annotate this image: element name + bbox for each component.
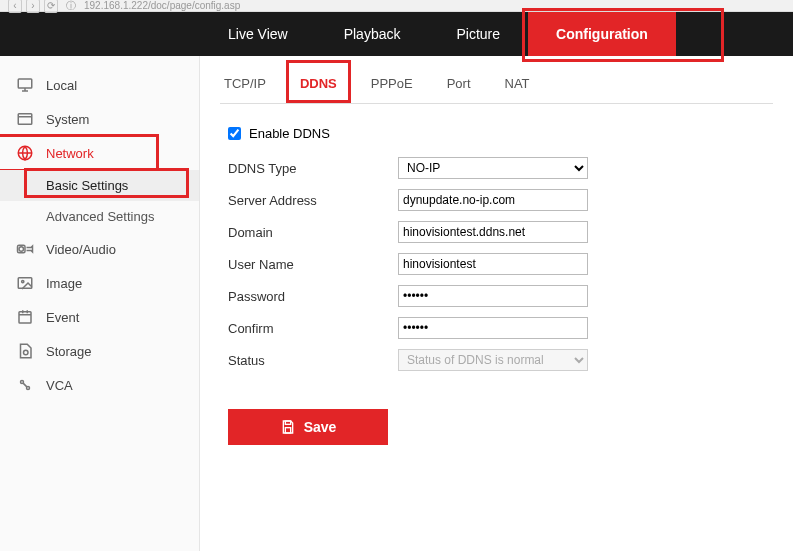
domain-input[interactable]	[398, 221, 588, 243]
svg-rect-3	[18, 114, 32, 125]
domain-label: Domain	[228, 225, 398, 240]
svg-point-16	[21, 381, 24, 384]
svg-rect-18	[285, 421, 290, 424]
topnav-configuration[interactable]: Configuration	[528, 12, 676, 56]
sidebar-item-video-audio[interactable]: Video/Audio	[0, 232, 199, 266]
svg-point-17	[27, 387, 30, 390]
sidebar-item-vca[interactable]: VCA	[0, 368, 199, 402]
save-button-label: Save	[304, 419, 337, 435]
save-button[interactable]: Save	[228, 409, 388, 445]
calendar-icon	[16, 308, 34, 326]
top-nav: Live View Playback Picture Configuration	[0, 12, 793, 56]
topnav-playback[interactable]: Playback	[316, 12, 429, 56]
svg-rect-19	[285, 428, 290, 433]
sidebar-item-event[interactable]: Event	[0, 300, 199, 334]
content-panel: TCP/IP DDNS PPPoE Port NAT Enable DDNS D…	[200, 56, 793, 551]
save-icon	[280, 419, 296, 435]
tab-ddns[interactable]: DDNS	[296, 70, 341, 103]
svg-point-10	[22, 280, 24, 282]
ddns-type-label: DDNS Type	[228, 161, 398, 176]
topnav-live-view[interactable]: Live View	[200, 12, 316, 56]
gear-icon	[16, 110, 34, 128]
server-address-label: Server Address	[228, 193, 398, 208]
server-address-input[interactable]	[398, 189, 588, 211]
sidebar-item-label: Storage	[46, 344, 92, 359]
browser-address-bar: ‹ › ⟳ ⓘ 192.168.1.222/doc/page/config.as…	[0, 0, 793, 12]
ddns-type-select[interactable]: NO-IP	[398, 157, 588, 179]
sidebar-item-system[interactable]: System	[0, 102, 199, 136]
sidebar-item-label: VCA	[46, 378, 73, 393]
sidebar-item-network[interactable]: Network	[0, 136, 199, 170]
svg-point-7	[19, 247, 24, 252]
sidebar-item-storage[interactable]: Storage	[0, 334, 199, 368]
info-icon: ⓘ	[66, 0, 76, 13]
svg-rect-0	[18, 79, 32, 88]
back-icon[interactable]: ‹	[8, 0, 22, 13]
sidebar-item-image[interactable]: Image	[0, 266, 199, 300]
status-label: Status	[228, 353, 398, 368]
enable-ddns-label: Enable DDNS	[249, 126, 330, 141]
reload-icon[interactable]: ⟳	[44, 0, 58, 13]
sidebar-item-label: Network	[46, 146, 94, 161]
confirm-input[interactable]	[398, 317, 588, 339]
tab-pppoe[interactable]: PPPoE	[367, 70, 417, 103]
svg-rect-11	[19, 312, 31, 323]
sidebar-item-label: Event	[46, 310, 79, 325]
enable-ddns-checkbox[interactable]	[228, 127, 241, 140]
sidebar: Local System Network Basic Settings Adva…	[0, 56, 200, 551]
disk-icon	[16, 342, 34, 360]
link-icon	[16, 376, 34, 394]
sidebar-item-local[interactable]: Local	[0, 68, 199, 102]
tab-tcpip[interactable]: TCP/IP	[220, 70, 270, 103]
sidebar-item-label: Image	[46, 276, 82, 291]
ddns-form: Enable DDNS DDNS Type NO-IP Server Addre…	[220, 104, 773, 445]
svg-point-15	[24, 350, 29, 355]
image-icon	[16, 274, 34, 292]
camera-icon	[16, 240, 34, 258]
password-input[interactable]	[398, 285, 588, 307]
username-label: User Name	[228, 257, 398, 272]
monitor-icon	[16, 76, 34, 94]
password-label: Password	[228, 289, 398, 304]
status-display: Status of DDNS is normal	[398, 349, 588, 371]
sidebar-item-label: System	[46, 112, 89, 127]
sidebar-item-label: Video/Audio	[46, 242, 116, 257]
confirm-label: Confirm	[228, 321, 398, 336]
sidebar-sub-advanced-settings[interactable]: Advanced Settings	[0, 201, 199, 232]
url-text: 192.168.1.222/doc/page/config.asp	[84, 0, 785, 11]
username-input[interactable]	[398, 253, 588, 275]
sidebar-item-label: Local	[46, 78, 77, 93]
topnav-picture[interactable]: Picture	[428, 12, 528, 56]
tab-nat[interactable]: NAT	[501, 70, 534, 103]
sidebar-sub-basic-settings[interactable]: Basic Settings	[0, 170, 199, 201]
tab-port[interactable]: Port	[443, 70, 475, 103]
globe-icon	[16, 144, 34, 162]
forward-icon[interactable]: ›	[26, 0, 40, 13]
sub-tabs: TCP/IP DDNS PPPoE Port NAT	[220, 70, 773, 104]
